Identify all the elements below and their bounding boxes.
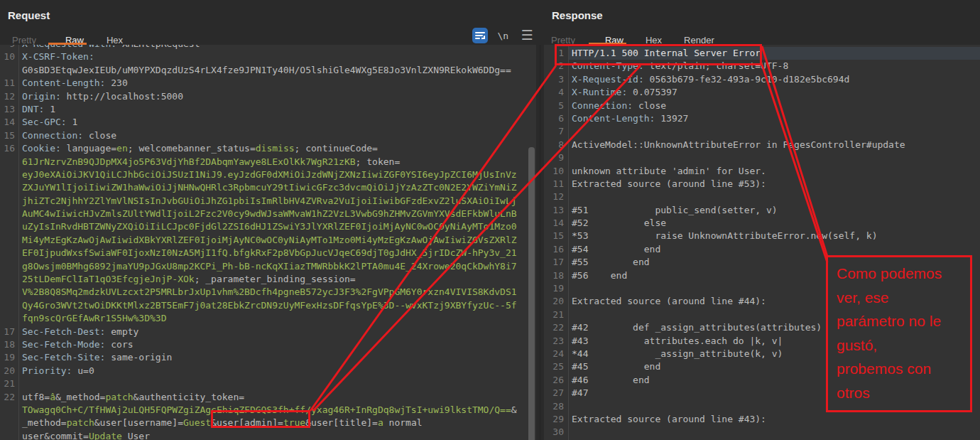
raw-line-29: 29Extracted source (around line #43): — [544, 413, 980, 426]
word-wrap-toggle-icon[interactable] — [472, 28, 488, 43]
raw-line-11: 11Extracted source (around line #53): — [544, 178, 980, 191]
raw-line-15: 15Connection: close — [0, 129, 536, 142]
raw-line-3: 3X-Request-Id: 0563b679-fe32-493a-9c10-d… — [544, 73, 980, 86]
raw-line-13: 13#51 public_send(setter, v) — [544, 204, 980, 217]
request-panel-title: Request — [8, 9, 50, 21]
raw-line-21: 21 — [0, 377, 536, 390]
raw-line-22: 22#42 def _assign_attributes(attributes) — [544, 321, 980, 334]
raw-line-26: 26#46 end — [544, 374, 980, 387]
raw-line-30: 30 — [544, 426, 980, 439]
raw-line-19: 19 — [544, 282, 980, 295]
raw-line-wrap: TOwagq0Ch+C/TfHWAj2uLQH5FQPWZgiZAgcEhiqZ… — [0, 404, 536, 417]
raw-line-6: 6Content-Length: 13927 — [544, 112, 980, 125]
request-gutter-divider — [18, 45, 19, 440]
tab-response-hex[interactable]: Hex — [646, 35, 662, 45]
raw-line-13: 13DNT: 1 — [0, 103, 536, 116]
raw-line-14: 14#52 else — [544, 217, 980, 230]
raw-line-24: 24*44 _assign_attribute(k, v) — [544, 348, 980, 360]
raw-line-wrap: EF0IjpudWxsfSwiaWF0IjoxNzI0NzA5MjI1fQ.bf… — [0, 247, 536, 259]
raw-line-25: 25#45 end — [544, 360, 980, 373]
raw-line-wrap: eyJ0eXAiOiJKV1QiLCJhbGciOiJSUzI1NiJ9.eyJ… — [0, 168, 536, 181]
tab-response-pretty[interactable]: Pretty — [551, 35, 575, 45]
raw-line-16: 16#54 end — [544, 243, 980, 256]
response-gutter-divider — [568, 45, 569, 440]
raw-line-12: 12Origin: http://localhost:5000 — [0, 90, 536, 103]
raw-line-1: 1HTTP/1.1 500 Internal Server Error — [544, 47, 980, 60]
request-scrollbar[interactable] — [528, 147, 535, 440]
request-panel-header: Request PrettyRawHex \n ☰ — [0, 0, 536, 45]
response-panel-title: Response — [552, 9, 603, 21]
raw-line-18: 18#56 end — [544, 269, 980, 282]
raw-line-11: 11Content-Length: 230 — [0, 77, 536, 90]
tab-request-pretty[interactable]: Pretty — [12, 35, 36, 45]
show-newlines-icon[interactable]: \n — [497, 31, 508, 41]
raw-line-28: 28 — [544, 400, 980, 413]
raw-line-wrap: user&commit=Update User — [0, 430, 536, 440]
editor-menu-icon[interactable]: ☰ — [521, 28, 533, 43]
raw-line-14: 14Sec-GPC: 1 — [0, 116, 536, 129]
raw-line-wrap: uZyIsInRvdHBTZWNyZXQiOiIiLCJpc0FjdGl2ZSI… — [0, 220, 536, 233]
burp-request-response-view: Request PrettyRawHex \n ☰ Response — [0, 0, 980, 440]
raw-line-2: 2Content-Type: text/plain; charset=UTF-8 — [544, 60, 980, 73]
raw-line-27: 27#47 — [544, 387, 980, 399]
raw-line-10: 10X-CSRF-Token: — [0, 50, 536, 63]
raw-line-9: 9X-Requested-With: XMLHttpRequest — [0, 45, 536, 50]
panel-divider — [540, 45, 540, 440]
raw-line-5: 5Connection: close — [544, 100, 980, 112]
raw-line-20: 20Extracted source (around line #44): — [544, 295, 980, 308]
raw-line-16: 16Cookie: language=en; welcomebanner_sta… — [0, 142, 536, 155]
raw-line-wrap: V%2B8Q8SMq2mdzkUVLzcxt2P5MRLbrJxUp1vhm%2… — [0, 286, 536, 299]
raw-line-15: 15*53 raise UnknownAttributeError.new(se… — [544, 230, 980, 242]
raw-line-wrap: 61JrNzrvZnB9QJDpMX4jo5P63VdjYhBf2DAbqmYa… — [0, 156, 536, 168]
tab-request-hex[interactable]: Hex — [107, 35, 123, 45]
raw-line-7: 7 — [544, 125, 980, 138]
raw-line-12: 12 — [544, 191, 980, 203]
raw-line-wrap: _method=patch&user[username]=Guest&user[… — [0, 417, 536, 429]
raw-line-23: 23#43 attributes.each do |k, v| — [544, 335, 980, 348]
raw-line-21: 21 — [544, 308, 980, 321]
raw-line-8: 8ActiveModel::UnknownAttributeError in P… — [544, 139, 980, 151]
raw-line-wrap: Qy4Gro3WVt2twOiDKKtMlxz2BT5EmF7j0at28Ebk… — [0, 299, 536, 312]
raw-line-17: 17#55 end — [544, 256, 980, 269]
raw-line-17: 17Sec-Fetch-Dest: empty — [0, 326, 536, 338]
raw-line-wrap: ZXJuYW1lIjoiIiwiZW1haWwiOiJjNHNwQHRlc3Rp… — [0, 181, 536, 194]
response-panel-header: Response PrettyRawHexRender — [544, 0, 980, 45]
raw-line-wrap: AuMC4wIiwicHJvZmlsZUltYWdlIjoiL2Fzc2V0cy… — [0, 208, 536, 220]
raw-line-wrap: 25tLDemFClIaT1qO3EfcgjeJnjP-XOk; _parame… — [0, 273, 536, 286]
request-raw-editor[interactable]: 9X-Requested-With: XMLHttpRequest10X-CSR… — [0, 45, 536, 440]
raw-line-22: 22utf8=â&_method=patch&authenticity_toke… — [0, 391, 536, 404]
raw-line-20: 20Priority: u=0 — [0, 365, 536, 377]
raw-line-wrap: g8Owsjm0BMhg6892jmaYU9pJGxU8mp2KCPi_Ph-b… — [0, 260, 536, 273]
raw-line-4: 4X-Runtime: 0.075397 — [544, 86, 980, 99]
raw-line-wrap: jhiZTc2NjhhY2ZlYmVlNSIsInJvbGUiOiJhZG1pb… — [0, 195, 536, 208]
response-raw-editor[interactable]: 1HTTP/1.1 500 Internal Server Error2Cont… — [544, 45, 980, 440]
raw-line-10: 10unknown attribute 'admin' for User. — [544, 165, 980, 178]
raw-line-wrap: fqn9scQrGEfAwRr1S5Hw%3D%3D — [0, 312, 536, 325]
raw-line-18: 18Sec-Fetch-Mode: cors — [0, 338, 536, 351]
raw-line-9: 9 — [544, 151, 980, 164]
raw-line-wrap: G0sBD3EtqwJexIEUb/uM0YPXDqzdUzS4rLX4fze9… — [0, 64, 536, 77]
raw-line-19: 19Sec-Fetch-Site: same-origin — [0, 351, 536, 364]
tab-response-render[interactable]: Render — [684, 35, 714, 45]
raw-line-wrap: Mi4yMzEgKzAwOjAwIiwidXBkYXRlZEF0IjoiMjAy… — [0, 234, 536, 247]
